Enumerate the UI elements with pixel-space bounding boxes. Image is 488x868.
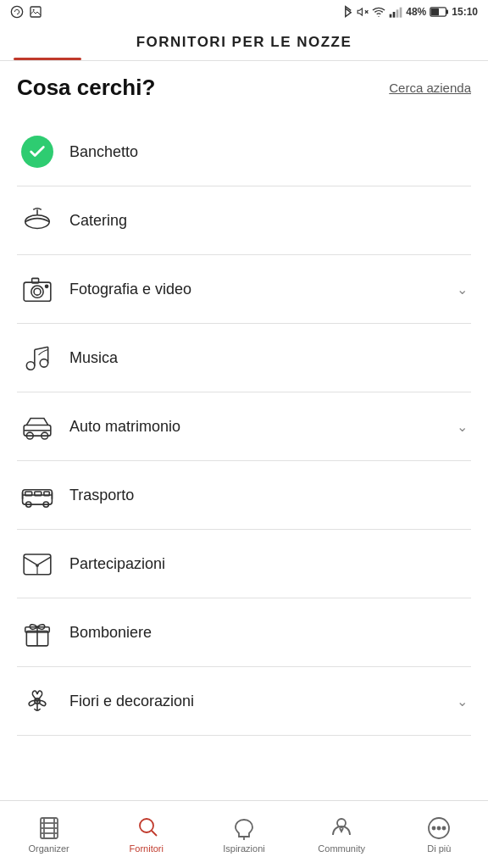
list-item[interactable]: Catering: [17, 186, 471, 255]
svg-marker-3: [358, 8, 362, 15]
category-label: Trasporto: [69, 487, 471, 504]
battery-text: 48%: [406, 6, 426, 18]
partecipazioni-icon: [17, 543, 58, 584]
svg-point-18: [34, 288, 41, 295]
banchetto-icon: [17, 131, 58, 172]
svg-rect-1: [30, 7, 41, 17]
list-item[interactable]: Musica: [17, 324, 471, 392]
svg-rect-10: [400, 8, 402, 18]
svg-point-56: [443, 826, 446, 829]
svg-point-14: [25, 215, 50, 229]
list-item[interactable]: Fiori e decorazioni ⌄: [17, 667, 471, 736]
list-item[interactable]: Auto matrimonio ⌄: [17, 392, 471, 461]
list-item[interactable]: Partecipazioni: [17, 530, 471, 598]
svg-rect-7: [390, 14, 392, 18]
catering-icon: [17, 200, 58, 241]
nav-item-ispirazioni[interactable]: Ispirazioni: [210, 816, 278, 854]
category-label: Catering: [69, 212, 471, 230]
section-title: Cosa cerchi?: [17, 75, 155, 101]
nav-item-organizer[interactable]: Organizer: [15, 816, 83, 854]
trasporto-icon: [17, 475, 58, 515]
chevron-down-icon: ⌄: [457, 281, 468, 298]
fotografia-icon: [17, 269, 58, 309]
nav-item-community[interactable]: Community: [308, 816, 375, 854]
category-label: Bomboniere: [69, 624, 471, 642]
nav-label-ispirazioni: Ispirazioni: [223, 843, 265, 854]
nav-item-fornitori[interactable]: Fornitori: [113, 816, 180, 854]
category-list: Banchetto Catering: [17, 118, 471, 736]
chevron-down-icon: ⌄: [457, 693, 468, 709]
svg-rect-13: [446, 9, 449, 14]
svg-point-2: [33, 9, 35, 11]
svg-point-48: [140, 819, 153, 832]
dipiu-nav-icon: [427, 816, 451, 840]
status-bar-right: 48% 15:10: [343, 5, 478, 19]
svg-line-25: [35, 347, 48, 349]
community-nav-icon: [330, 816, 353, 840]
section-header: Cosa cerchi? Cerca azienda: [17, 75, 471, 101]
nav-item-dipiu[interactable]: Di più: [405, 816, 473, 854]
fornitori-nav-icon: [135, 816, 158, 840]
svg-rect-32: [35, 492, 42, 496]
list-item[interactable]: Banchetto: [17, 118, 471, 186]
category-label: Fiori e decorazioni: [69, 693, 471, 710]
svg-rect-8: [393, 12, 396, 18]
image-icon: [29, 5, 42, 19]
list-item[interactable]: Trasporto: [17, 461, 471, 530]
svg-point-17: [31, 286, 43, 298]
auto-icon: [17, 406, 58, 447]
category-label: Auto matrimonio: [69, 418, 471, 436]
nav-label-fornitori: Fornitori: [130, 843, 164, 854]
nav-label-community: Community: [318, 843, 365, 854]
list-item[interactable]: Fotografia e video ⌄: [17, 255, 471, 324]
fiori-icon: [17, 681, 58, 721]
list-item[interactable]: Bomboniere: [17, 598, 471, 667]
category-label: Fotografia e video: [69, 281, 471, 298]
svg-point-0: [11, 6, 22, 17]
ispirazioni-nav-icon: [232, 816, 256, 840]
svg-point-55: [438, 826, 441, 829]
svg-point-54: [433, 826, 435, 829]
svg-rect-12: [431, 8, 439, 15]
organizer-nav-icon: [37, 816, 61, 840]
svg-point-22: [40, 359, 48, 368]
svg-point-21: [26, 362, 34, 370]
whatsapp-icon: [10, 5, 24, 19]
category-label: Musica: [69, 349, 471, 367]
svg-rect-31: [25, 492, 32, 496]
svg-point-6: [379, 16, 380, 17]
battery-icon: [430, 7, 448, 17]
category-label: Partecipazioni: [69, 555, 471, 573]
svg-line-49: [152, 831, 157, 836]
status-bar: 48% 15:10: [0, 0, 488, 24]
signal-icon: [389, 5, 402, 19]
chevron-down-icon: ⌄: [457, 419, 468, 435]
nav-label-organizer: Organizer: [28, 843, 69, 854]
bluetooth-icon: [343, 5, 353, 19]
cerca-azienda-link[interactable]: Cerca azienda: [389, 81, 471, 95]
svg-point-20: [46, 285, 48, 287]
status-bar-left: [10, 5, 42, 19]
nav-label-dipiu: Di più: [427, 843, 451, 854]
time-text: 15:10: [452, 6, 478, 18]
checkmark-icon: [28, 142, 47, 161]
bottom-navigation: Organizer Fornitori Ispirazioni Communit…: [0, 800, 488, 868]
svg-rect-9: [396, 9, 399, 17]
app-header: FORNITORI PER LE NOZZE: [0, 24, 488, 61]
bomboniere-icon: [17, 612, 58, 653]
header-title: FORNITORI PER LE NOZZE: [0, 34, 488, 51]
mute-icon: [357, 5, 369, 19]
svg-rect-33: [44, 492, 49, 496]
wifi-icon: [372, 5, 385, 19]
category-label: Banchetto: [69, 143, 471, 161]
musica-icon: [17, 337, 58, 378]
main-content: Cosa cerchi? Cerca azienda Banchetto: [0, 61, 488, 800]
